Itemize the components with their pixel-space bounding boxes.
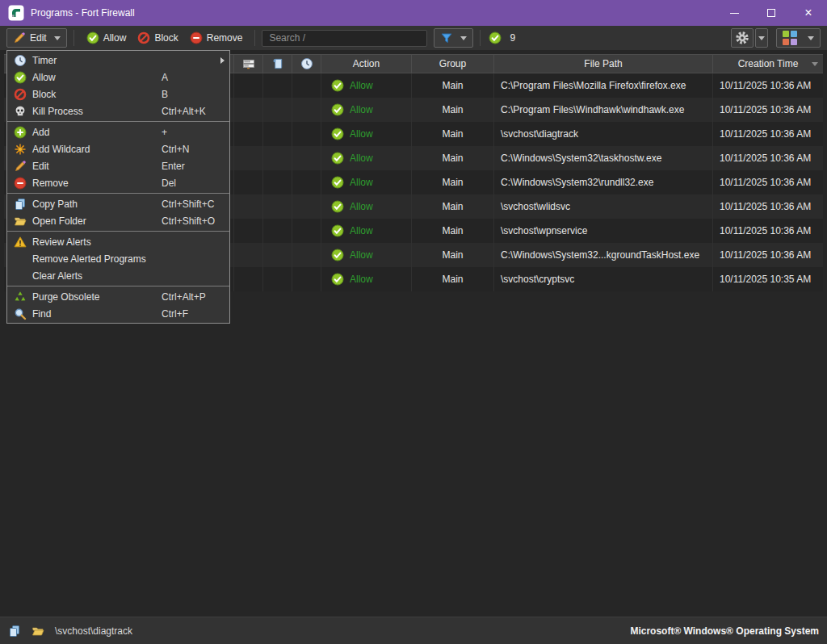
- menu-item-clear-alerts[interactable]: Clear Alerts: [7, 267, 229, 284]
- cell-file-path: C:\Program Files\Mozilla Firefox\firefox…: [494, 73, 713, 98]
- column-header-schedule[interactable]: [292, 55, 321, 73]
- cell-flag: [234, 146, 263, 170]
- cell-flag: [234, 243, 263, 267]
- allow-button[interactable]: Allow: [81, 30, 132, 46]
- allow-check-icon: [331, 176, 344, 189]
- remove-button[interactable]: Remove: [184, 30, 249, 46]
- cell-flag: [263, 170, 292, 194]
- menu-item-kill-process[interactable]: Kill ProcessCtrl+Alt+K: [7, 102, 229, 119]
- menu-item-shortcut: Ctrl+Alt+K: [162, 106, 225, 117]
- menu-item-remove-alerted-programs[interactable]: Remove Alerted Programs: [7, 250, 229, 267]
- minimize-icon: [730, 13, 739, 14]
- cell-group: Main: [412, 98, 494, 122]
- copy-icon: [14, 198, 27, 211]
- copy-path-icon[interactable]: [8, 625, 21, 638]
- cell-file-path: \svchost\wpnservice: [494, 219, 713, 243]
- cell-flag: [292, 73, 321, 98]
- windows-menu-button[interactable]: [776, 28, 821, 48]
- block-button[interactable]: Block: [132, 30, 183, 46]
- menu-separator: [7, 121, 229, 122]
- cell-flag: [292, 122, 321, 146]
- creation-time-label: Creation Time: [738, 58, 799, 69]
- warning-icon: [14, 236, 27, 249]
- allow-button-label: Allow: [103, 32, 127, 44]
- column-header-rules[interactable]: [263, 55, 292, 73]
- menu-item-edit[interactable]: EditEnter: [7, 157, 229, 174]
- clock-icon: [14, 54, 27, 67]
- menu-item-block[interactable]: BlockB: [7, 86, 229, 102]
- edit-menu: TimerAllowABlockBKill ProcessCtrl+Alt+KA…: [6, 50, 230, 324]
- menu-item-copy-path[interactable]: Copy PathCtrl+Shift+C: [7, 195, 229, 212]
- sort-desc-icon: [812, 62, 818, 66]
- fort-firewall-logo-icon: [8, 5, 24, 21]
- menu-item-label: Clear Alerts: [32, 270, 162, 282]
- cell-flag: [292, 194, 321, 219]
- cell-creation-time: 10/11/2025 10:36 AM: [713, 146, 823, 170]
- cell-flag: [234, 170, 263, 194]
- cell-flag: [292, 146, 321, 170]
- column-header-file-path[interactable]: File Path: [494, 55, 713, 73]
- cell-action: Allow: [321, 267, 412, 291]
- column-header-group[interactable]: Group: [412, 55, 494, 73]
- menu-item-label: Remove: [32, 178, 162, 189]
- cell-action: Allow: [321, 122, 412, 146]
- cell-flag: [263, 267, 292, 291]
- submenu-arrow-icon: [220, 57, 225, 64]
- remove-minus-icon: [190, 31, 203, 44]
- menu-item-remove[interactable]: RemoveDel: [7, 174, 229, 191]
- allow-check-icon: [331, 128, 344, 140]
- cell-flag: [292, 267, 321, 291]
- allow-check-icon: [331, 249, 344, 261]
- menu-item-open-folder[interactable]: Open FolderCtrl+Shift+O: [7, 212, 229, 229]
- cell-creation-time: 10/11/2025 10:36 AM: [713, 170, 823, 194]
- menu-item-label: Purge Obsolete: [32, 291, 162, 303]
- minimize-button[interactable]: [716, 0, 753, 26]
- action-value: Allow: [350, 177, 373, 188]
- block-icon: [14, 88, 27, 101]
- cell-group: Main: [412, 243, 494, 267]
- alert-count-button[interactable]: 9: [487, 30, 521, 46]
- chevron-down-icon: [54, 36, 61, 40]
- search-input[interactable]: [262, 30, 427, 47]
- options-button[interactable]: [731, 28, 754, 48]
- menu-item-shortcut: Enter: [162, 161, 225, 172]
- menu-item-label: Add Wildcard: [32, 144, 162, 155]
- chevron-down-icon: [758, 36, 765, 40]
- options-split-button: [731, 28, 768, 48]
- menu-separator: [7, 193, 229, 194]
- column-header-traffic[interactable]: [234, 55, 263, 73]
- cell-file-path: C:\Windows\System32...kgroundTaskHost.ex…: [494, 243, 713, 267]
- remove-button-label: Remove: [207, 32, 243, 44]
- edit-menu-button[interactable]: Edit: [6, 28, 67, 48]
- gear-icon: [735, 31, 749, 45]
- menu-item-allow[interactable]: AllowA: [7, 69, 229, 86]
- allow-check-icon: [331, 103, 344, 116]
- menu-item-label: Timer: [32, 55, 157, 66]
- cell-action: Allow: [321, 146, 412, 170]
- menu-item-purge-obsolete[interactable]: Purge ObsoleteCtrl+Alt+P: [7, 288, 229, 305]
- close-button[interactable]: ×: [790, 0, 827, 26]
- menu-item-label: Allow: [32, 72, 162, 83]
- cell-flag: [292, 219, 321, 243]
- menu-item-add-wildcard[interactable]: Add WildcardCtrl+N: [7, 140, 229, 157]
- menu-item-find[interactable]: FindCtrl+F: [7, 305, 229, 322]
- options-dropdown-button[interactable]: [755, 28, 768, 48]
- menu-item-timer[interactable]: Timer: [7, 52, 229, 69]
- allow-check-icon: [331, 152, 344, 165]
- maximize-button[interactable]: [753, 0, 790, 26]
- column-header-creation-time[interactable]: Creation Time: [713, 55, 823, 73]
- cell-action: Allow: [321, 194, 412, 219]
- filter-button[interactable]: [434, 28, 473, 48]
- cell-flag: [292, 98, 321, 122]
- allow-check-icon: [331, 224, 344, 237]
- menu-item-shortcut: A: [162, 72, 225, 83]
- cell-flag: [292, 243, 321, 267]
- menu-item-label: Review Alerts: [32, 236, 162, 248]
- skull-icon: [14, 105, 27, 118]
- toolbar-separator: [254, 30, 255, 46]
- cell-flag: [263, 194, 292, 219]
- open-folder-icon[interactable]: [31, 625, 44, 638]
- menu-item-add[interactable]: Add+: [7, 123, 229, 140]
- menu-item-review-alerts[interactable]: Review Alerts: [7, 233, 229, 250]
- column-header-action[interactable]: Action: [321, 55, 412, 73]
